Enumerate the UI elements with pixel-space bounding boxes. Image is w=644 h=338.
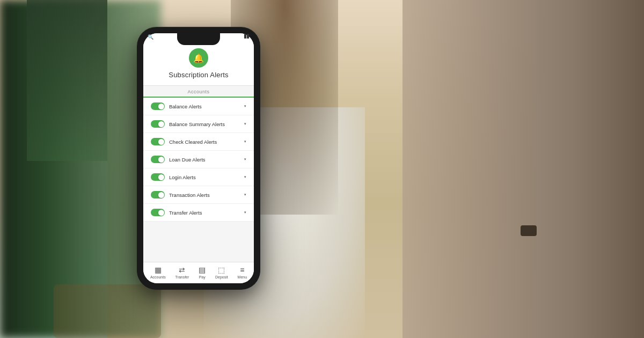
- toggle-knob: [158, 121, 164, 127]
- accounts-icon: ▦: [155, 266, 162, 274]
- toggle-knob: [158, 139, 164, 145]
- bg-table: [54, 284, 161, 338]
- alert-item-2[interactable]: Balance Summary Alerts ▾: [143, 115, 254, 133]
- alert-item-3[interactable]: Check Cleared Alerts ▾: [143, 133, 254, 151]
- dropdown-arrow-icon[interactable]: ▾: [244, 193, 246, 197]
- toggle-knob: [158, 104, 164, 109]
- pay-label: Pay: [199, 275, 206, 279]
- alert-label: Transaction Alerts: [169, 192, 243, 198]
- toggle-balance-alerts[interactable]: [151, 102, 165, 110]
- toggle-check-cleared[interactable]: [151, 138, 165, 145]
- toggle-loan-due[interactable]: [151, 156, 165, 163]
- nav-item-menu[interactable]: ≡ Menu: [238, 266, 247, 279]
- status-bar: ▊▊: [244, 34, 250, 39]
- alert-label: Login Alerts: [169, 174, 243, 180]
- dropdown-arrow-icon[interactable]: ▾: [244, 104, 246, 108]
- section-header: Accounts: [143, 86, 254, 98]
- toggle-transaction[interactable]: [151, 191, 165, 199]
- dropdown-arrow-icon[interactable]: ▾: [244, 122, 246, 126]
- bell-icon: 🔔: [193, 53, 204, 63]
- phone-wrapper: 🔍 ▊▊ 🔔 Subscription Alerts Accounts: [137, 27, 260, 290]
- phone-notch: [177, 33, 220, 45]
- menu-label: Menu: [238, 275, 247, 279]
- dropdown-arrow-icon[interactable]: ▾: [244, 157, 246, 161]
- toggle-balance-summary[interactable]: [151, 120, 165, 128]
- nav-item-deposit[interactable]: ⬚ Deposit: [215, 266, 228, 279]
- nav-item-accounts[interactable]: ▦ Accounts: [150, 266, 166, 279]
- nav-item-transfer[interactable]: ⇄ Transfer: [175, 266, 189, 279]
- alert-label: Balance Alerts: [169, 104, 243, 109]
- app-title: Subscription Alerts: [169, 71, 228, 79]
- bg-right: [402, 0, 644, 338]
- dropdown-arrow-icon[interactable]: ▾: [244, 210, 246, 215]
- alert-label: Loan Due Alerts: [169, 157, 243, 163]
- alert-item-7[interactable]: Transfer Alerts ▾: [143, 204, 254, 222]
- bg-window: [27, 0, 107, 161]
- toggle-knob: [158, 192, 164, 198]
- alerts-list: Balance Alerts ▾ Balance Summary Alerts …: [143, 98, 254, 222]
- alert-item-1[interactable]: Balance Alerts ▾: [143, 98, 254, 115]
- bottom-nav: ▦ Accounts ⇄ Transfer ▤ Pay ⬚ Deposit ≡: [143, 262, 254, 283]
- pay-icon: ▤: [199, 266, 206, 274]
- menu-icon: ≡: [240, 266, 244, 274]
- transfer-label: Transfer: [175, 275, 189, 279]
- toggle-transfer[interactable]: [151, 209, 165, 216]
- alert-item-6[interactable]: Transaction Alerts ▾: [143, 186, 254, 204]
- alert-label: Transfer Alerts: [169, 210, 243, 216]
- transfer-icon: ⇄: [179, 266, 185, 274]
- toggle-knob: [158, 174, 164, 180]
- dropdown-arrow-icon[interactable]: ▾: [244, 139, 246, 144]
- alert-label: Balance Summary Alerts: [169, 121, 243, 127]
- watch: [521, 225, 537, 236]
- search-icon: 🔍: [148, 34, 153, 40]
- phone-frame: 🔍 ▊▊ 🔔 Subscription Alerts Accounts: [137, 27, 260, 290]
- deposit-label: Deposit: [215, 275, 228, 279]
- toggle-knob: [158, 157, 164, 163]
- deposit-icon: ⬚: [218, 266, 225, 274]
- alert-item-5[interactable]: Login Alerts ▾: [143, 168, 254, 186]
- dropdown-arrow-icon[interactable]: ▾: [244, 175, 246, 179]
- nav-item-pay[interactable]: ▤ Pay: [199, 266, 206, 279]
- bell-icon-circle: 🔔: [189, 48, 208, 68]
- alert-label: Check Cleared Alerts: [169, 139, 243, 145]
- toggle-login[interactable]: [151, 173, 165, 181]
- phone-screen: 🔔 Subscription Alerts Accounts Balance A…: [143, 33, 254, 283]
- alert-item-4[interactable]: Loan Due Alerts ▾: [143, 151, 254, 168]
- toggle-knob: [158, 210, 164, 216]
- accounts-label: Accounts: [150, 275, 166, 279]
